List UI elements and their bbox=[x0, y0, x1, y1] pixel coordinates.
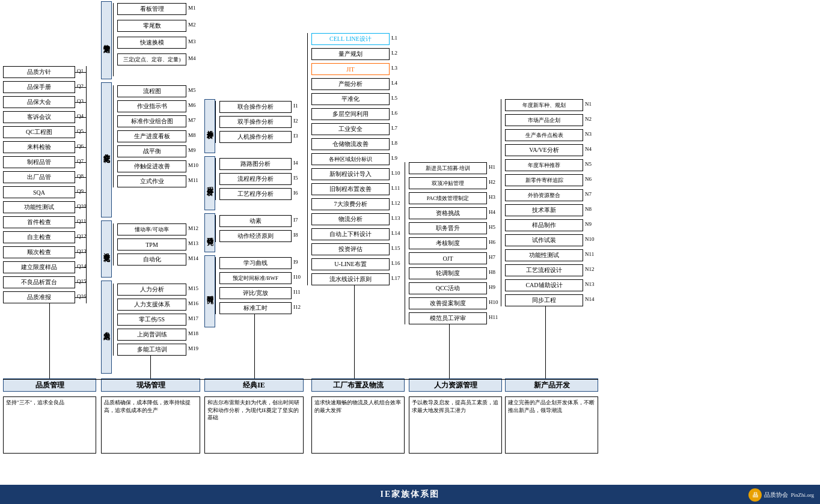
l9-code: L9 bbox=[391, 155, 397, 161]
l14-code: L14 bbox=[391, 230, 400, 236]
l10-code: L10 bbox=[391, 170, 400, 176]
m8-box: 生产进度看板 bbox=[117, 130, 186, 142]
n1-code: N1 bbox=[585, 101, 592, 107]
n7-box: 外协资源整合 bbox=[505, 189, 583, 201]
h9-code: H9 bbox=[489, 284, 495, 290]
n9-code: N9 bbox=[585, 221, 592, 227]
l17-code: L17 bbox=[391, 275, 400, 281]
l16-code: L16 bbox=[391, 260, 400, 266]
layout-header: 工厂布置及物流 bbox=[311, 378, 405, 392]
m10-box: 停触促进改善 bbox=[117, 160, 186, 172]
i10-box: 预定时间标准/BWF bbox=[219, 272, 292, 284]
m9-code: M9 bbox=[188, 147, 196, 153]
chengxu-label: 程序分析 bbox=[204, 156, 215, 210]
l5-code: L5 bbox=[391, 95, 397, 101]
m1-code: M1 bbox=[188, 5, 196, 11]
shijian-label: 时间研究 bbox=[204, 255, 215, 327]
i8-code: I8 bbox=[293, 232, 298, 238]
n5-box: 年度车种推荐 bbox=[505, 159, 583, 171]
i6-box: 工艺程序分析 bbox=[219, 188, 292, 200]
h8-box: 轮调制度 bbox=[409, 267, 487, 279]
n2-code: N2 bbox=[585, 116, 592, 122]
h4-box: 资格挑战 bbox=[409, 207, 487, 219]
ie-header: 经典IE bbox=[204, 378, 304, 392]
n7-code: N7 bbox=[585, 191, 592, 197]
q9-box: SQA bbox=[3, 186, 75, 198]
i4-code: I4 bbox=[293, 160, 298, 166]
n6-code: N6 bbox=[585, 176, 592, 182]
m16-code: M16 bbox=[188, 300, 198, 306]
l1-box: CELL LINE设计 bbox=[311, 33, 390, 45]
l9-box: 各种区域划分标识 bbox=[311, 153, 390, 165]
q5-box: QC工程图 bbox=[3, 126, 75, 138]
h8-code: H8 bbox=[489, 269, 495, 275]
m19-code: M19 bbox=[188, 345, 198, 351]
i1-code: I1 bbox=[293, 103, 298, 109]
l4-code: L4 bbox=[391, 80, 397, 86]
h10-code: H10 bbox=[489, 299, 498, 305]
q1-box: 品质方针 bbox=[3, 66, 75, 78]
n4-box: VA/VE分析 bbox=[505, 144, 583, 156]
i5-box: 流程程序分析 bbox=[219, 173, 292, 185]
q8-box: 出厂品管 bbox=[3, 171, 75, 183]
q6-code: Q6 bbox=[77, 143, 84, 149]
bottom-title: IE家族体系图 bbox=[381, 489, 440, 500]
m2-code: M2 bbox=[188, 22, 196, 28]
m7-box: 标准作业组合图 bbox=[117, 115, 186, 127]
m18-code: M18 bbox=[188, 330, 198, 336]
i8-box: 动作经济原则 bbox=[219, 230, 292, 242]
h11-box: 模范员工评审 bbox=[409, 312, 487, 324]
l11-code: L11 bbox=[391, 185, 400, 191]
h7-code: H7 bbox=[489, 254, 495, 260]
n8-code: N8 bbox=[585, 206, 592, 212]
i5-code: I5 bbox=[293, 175, 298, 181]
n14-box: 同步工程 bbox=[505, 294, 583, 306]
quality-desc: 坚持"三不"，追求全良品 bbox=[3, 396, 96, 454]
q12-code: Q12 bbox=[77, 233, 87, 239]
m4-box: 三定(定点、定容、定量) bbox=[117, 53, 186, 65]
l11-box: 旧制程布置改善 bbox=[311, 183, 390, 195]
m7-code: M7 bbox=[188, 117, 196, 123]
m3-code: M3 bbox=[188, 38, 196, 44]
site-header: 现场管理 bbox=[101, 378, 200, 392]
m1-box: 看板管理 bbox=[117, 3, 186, 15]
m19-box: 多能工培训 bbox=[117, 344, 186, 356]
shebei-label: 设备安定化 bbox=[101, 220, 112, 278]
q11-box: 首件检查 bbox=[3, 216, 75, 228]
n4-code: N4 bbox=[585, 146, 592, 152]
h6-code: H6 bbox=[489, 239, 495, 245]
h5-box: 职务晋升 bbox=[409, 222, 487, 234]
main-container: 品质管理 品质方针 Q1 品保手册 Q2 品保大会 Q3 客诉会议 Q4 QC工… bbox=[0, 0, 820, 504]
l12-box: 7大浪费分析 bbox=[311, 198, 390, 210]
n3-code: N3 bbox=[585, 131, 592, 137]
l14-box: 自动上下料设计 bbox=[311, 228, 390, 240]
logo-text: 品质协会 bbox=[764, 491, 788, 499]
n9-box: 样品制作 bbox=[505, 219, 583, 231]
h2-code: H2 bbox=[489, 179, 495, 185]
q10-code: Q10 bbox=[77, 203, 87, 209]
q13-code: Q13 bbox=[77, 248, 87, 254]
q15-code: Q15 bbox=[77, 278, 87, 284]
n13-code: N13 bbox=[585, 281, 595, 287]
i9-code: I9 bbox=[293, 259, 298, 265]
l8-box: 仓储物流改善 bbox=[311, 138, 390, 150]
m16-box: 人力支援体系 bbox=[117, 299, 186, 311]
i2-code: I2 bbox=[293, 118, 298, 124]
h10-box: 改善提案制度 bbox=[409, 297, 487, 309]
h6-box: 考核制度 bbox=[409, 237, 487, 249]
q3-box: 品保大会 bbox=[3, 96, 75, 108]
l5-box: 平准化 bbox=[311, 93, 390, 105]
m17-code: M17 bbox=[188, 315, 198, 321]
n1-box: 年度新车种、规划 bbox=[505, 99, 583, 111]
m3-box: 快速换模 bbox=[117, 37, 186, 49]
i9-box: 学习曲线 bbox=[219, 257, 292, 269]
h2-box: 双顶冲贴管理 bbox=[409, 177, 487, 189]
i3-code: I3 bbox=[293, 133, 298, 139]
m14-code: M14 bbox=[188, 255, 198, 261]
l17-box: 流水线设计原则 bbox=[311, 273, 390, 285]
m15-box: 人力分析 bbox=[117, 284, 186, 296]
n3-box: 生产条件点检表 bbox=[505, 129, 583, 141]
n5-code: N5 bbox=[585, 161, 592, 167]
q16-box: 品质准报 bbox=[3, 291, 75, 303]
l13-code: L13 bbox=[391, 215, 400, 221]
